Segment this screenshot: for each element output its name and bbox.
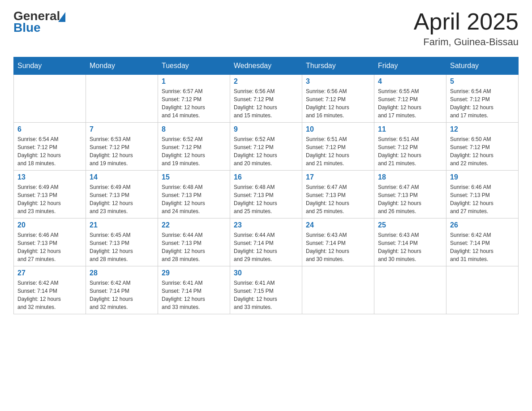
day-number: 23: [234, 221, 298, 229]
calendar-cell: 6Sunrise: 6:54 AM Sunset: 7:12 PM Daylig…: [14, 123, 86, 171]
day-info: Sunrise: 6:54 AM Sunset: 7:12 PM Dayligh…: [450, 87, 515, 120]
day-number: 5: [450, 77, 515, 86]
calendar-cell: 17Sunrise: 6:47 AM Sunset: 7:13 PM Dayli…: [302, 171, 374, 218]
calendar-cell: [86, 75, 158, 123]
day-info: Sunrise: 6:52 AM Sunset: 7:12 PM Dayligh…: [162, 135, 226, 167]
calendar-cell: 21Sunrise: 6:45 AM Sunset: 7:13 PM Dayli…: [86, 218, 158, 266]
day-of-week-header: Friday: [374, 57, 446, 75]
day-of-week-header: Sunday: [14, 57, 86, 75]
day-of-week-header: Wednesday: [230, 57, 302, 75]
day-info: Sunrise: 6:44 AM Sunset: 7:13 PM Dayligh…: [162, 231, 226, 263]
day-number: 6: [17, 125, 82, 133]
day-info: Sunrise: 6:42 AM Sunset: 7:14 PM Dayligh…: [17, 279, 82, 311]
day-number: 15: [162, 173, 226, 181]
day-number: 24: [306, 221, 370, 229]
calendar-week-row: 27Sunrise: 6:42 AM Sunset: 7:14 PM Dayli…: [14, 266, 519, 314]
calendar-cell: [302, 266, 374, 314]
day-info: Sunrise: 6:53 AM Sunset: 7:12 PM Dayligh…: [90, 135, 154, 167]
day-info: Sunrise: 6:54 AM Sunset: 7:12 PM Dayligh…: [17, 135, 82, 167]
calendar-cell: 25Sunrise: 6:43 AM Sunset: 7:14 PM Dayli…: [374, 218, 446, 266]
day-number: 4: [378, 77, 442, 86]
logo: General Blue: [13, 9, 65, 35]
day-info: Sunrise: 6:42 AM Sunset: 7:14 PM Dayligh…: [450, 231, 515, 263]
day-info: Sunrise: 6:49 AM Sunset: 7:13 PM Dayligh…: [90, 183, 154, 215]
logo-triangle-icon: [58, 12, 65, 22]
calendar-cell: 5Sunrise: 6:54 AM Sunset: 7:12 PM Daylig…: [446, 75, 519, 123]
calendar-week-row: 13Sunrise: 6:49 AM Sunset: 7:13 PM Dayli…: [14, 171, 519, 218]
calendar-week-row: 1Sunrise: 6:57 AM Sunset: 7:12 PM Daylig…: [14, 75, 519, 123]
day-number: 10: [306, 125, 370, 133]
calendar-cell: 7Sunrise: 6:53 AM Sunset: 7:12 PM Daylig…: [86, 123, 158, 171]
day-number: 20: [17, 221, 82, 229]
calendar-cell: 18Sunrise: 6:47 AM Sunset: 7:13 PM Dayli…: [374, 171, 446, 218]
day-of-week-header: Thursday: [302, 57, 374, 75]
day-info: Sunrise: 6:55 AM Sunset: 7:12 PM Dayligh…: [378, 87, 442, 120]
day-number: 8: [162, 125, 226, 133]
day-number: 29: [162, 269, 226, 277]
day-number: 19: [450, 173, 515, 181]
day-number: 17: [306, 173, 370, 181]
calendar-cell: 12Sunrise: 6:50 AM Sunset: 7:12 PM Dayli…: [446, 123, 519, 171]
calendar-week-row: 20Sunrise: 6:46 AM Sunset: 7:13 PM Dayli…: [14, 218, 519, 266]
calendar-cell: [374, 266, 446, 314]
page-header: General Blue April 2025 Farim, Guinea-Bi…: [13, 9, 519, 48]
calendar-cell: 1Sunrise: 6:57 AM Sunset: 7:12 PM Daylig…: [158, 75, 230, 123]
day-number: 26: [450, 221, 515, 229]
calendar-cell: [14, 75, 86, 123]
day-number: 1: [162, 77, 226, 86]
day-info: Sunrise: 6:56 AM Sunset: 7:12 PM Dayligh…: [306, 87, 370, 120]
calendar-cell: 27Sunrise: 6:42 AM Sunset: 7:14 PM Dayli…: [14, 266, 86, 314]
calendar-cell: 16Sunrise: 6:48 AM Sunset: 7:13 PM Dayli…: [230, 171, 302, 218]
day-number: 28: [90, 269, 154, 277]
calendar-cell: 9Sunrise: 6:52 AM Sunset: 7:12 PM Daylig…: [230, 123, 302, 171]
calendar-table: SundayMondayTuesdayWednesdayThursdayFrid…: [13, 57, 519, 314]
calendar-cell: 13Sunrise: 6:49 AM Sunset: 7:13 PM Dayli…: [14, 171, 86, 218]
calendar-cell: 26Sunrise: 6:42 AM Sunset: 7:14 PM Dayli…: [446, 218, 519, 266]
calendar-cell: 20Sunrise: 6:46 AM Sunset: 7:13 PM Dayli…: [14, 218, 86, 266]
day-info: Sunrise: 6:48 AM Sunset: 7:13 PM Dayligh…: [234, 183, 298, 215]
day-info: Sunrise: 6:46 AM Sunset: 7:13 PM Dayligh…: [17, 231, 82, 263]
day-number: 30: [234, 269, 298, 277]
calendar-subtitle: Farim, Guinea-Bissau: [414, 36, 519, 48]
calendar-cell: 10Sunrise: 6:51 AM Sunset: 7:12 PM Dayli…: [302, 123, 374, 171]
day-number: 2: [234, 77, 298, 86]
calendar-cell: 28Sunrise: 6:42 AM Sunset: 7:14 PM Dayli…: [86, 266, 158, 314]
day-number: 12: [450, 125, 515, 133]
day-info: Sunrise: 6:43 AM Sunset: 7:14 PM Dayligh…: [378, 231, 442, 263]
calendar-cell: 2Sunrise: 6:56 AM Sunset: 7:12 PM Daylig…: [230, 75, 302, 123]
day-info: Sunrise: 6:47 AM Sunset: 7:13 PM Dayligh…: [306, 183, 370, 215]
title-block: April 2025 Farim, Guinea-Bissau: [414, 9, 519, 48]
day-info: Sunrise: 6:51 AM Sunset: 7:12 PM Dayligh…: [378, 135, 442, 167]
day-number: 13: [17, 173, 82, 181]
day-number: 22: [162, 221, 226, 229]
day-of-week-header: Monday: [86, 57, 158, 75]
calendar-cell: 19Sunrise: 6:46 AM Sunset: 7:13 PM Dayli…: [446, 171, 519, 218]
day-info: Sunrise: 6:52 AM Sunset: 7:12 PM Dayligh…: [234, 135, 298, 167]
day-info: Sunrise: 6:45 AM Sunset: 7:13 PM Dayligh…: [90, 231, 154, 263]
calendar-title: April 2025: [414, 9, 519, 34]
calendar-cell: 22Sunrise: 6:44 AM Sunset: 7:13 PM Dayli…: [158, 218, 230, 266]
day-info: Sunrise: 6:41 AM Sunset: 7:14 PM Dayligh…: [162, 279, 226, 311]
day-info: Sunrise: 6:56 AM Sunset: 7:12 PM Dayligh…: [234, 87, 298, 120]
day-info: Sunrise: 6:43 AM Sunset: 7:14 PM Dayligh…: [306, 231, 370, 263]
day-info: Sunrise: 6:47 AM Sunset: 7:13 PM Dayligh…: [378, 183, 442, 215]
day-number: 25: [378, 221, 442, 229]
calendar-cell: 4Sunrise: 6:55 AM Sunset: 7:12 PM Daylig…: [374, 75, 446, 123]
day-info: Sunrise: 6:49 AM Sunset: 7:13 PM Dayligh…: [17, 183, 82, 215]
day-number: 18: [378, 173, 442, 181]
day-number: 9: [234, 125, 298, 133]
day-info: Sunrise: 6:50 AM Sunset: 7:12 PM Dayligh…: [450, 135, 515, 167]
day-info: Sunrise: 6:42 AM Sunset: 7:14 PM Dayligh…: [90, 279, 154, 311]
calendar-cell: 29Sunrise: 6:41 AM Sunset: 7:14 PM Dayli…: [158, 266, 230, 314]
calendar-cell: 14Sunrise: 6:49 AM Sunset: 7:13 PM Dayli…: [86, 171, 158, 218]
calendar-cell: 15Sunrise: 6:48 AM Sunset: 7:13 PM Dayli…: [158, 171, 230, 218]
day-number: 7: [90, 125, 154, 133]
calendar-cell: [446, 266, 519, 314]
day-info: Sunrise: 6:48 AM Sunset: 7:13 PM Dayligh…: [162, 183, 226, 215]
day-number: 27: [17, 269, 82, 277]
day-number: 16: [234, 173, 298, 181]
calendar-cell: 23Sunrise: 6:44 AM Sunset: 7:14 PM Dayli…: [230, 218, 302, 266]
day-info: Sunrise: 6:46 AM Sunset: 7:13 PM Dayligh…: [450, 183, 515, 215]
day-number: 3: [306, 77, 370, 86]
calendar-cell: 11Sunrise: 6:51 AM Sunset: 7:12 PM Dayli…: [374, 123, 446, 171]
